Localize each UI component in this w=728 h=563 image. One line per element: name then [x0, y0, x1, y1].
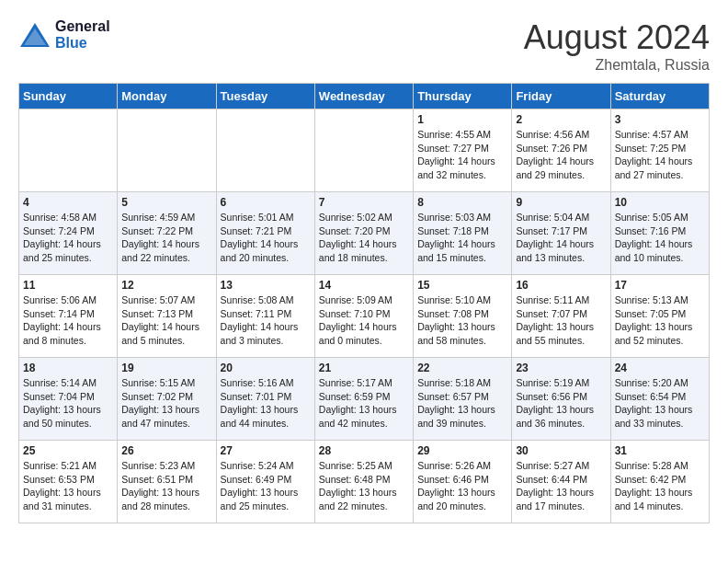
day-header-thursday: Thursday	[414, 84, 512, 109]
day-cell: 29Sunrise: 5:26 AM Sunset: 6:46 PM Dayli…	[414, 441, 512, 523]
day-number: 14	[319, 279, 409, 292]
day-number: 5	[121, 196, 211, 209]
day-info: Sunrise: 5:23 AM Sunset: 6:51 PM Dayligh…	[121, 459, 211, 513]
day-info: Sunrise: 5:01 AM Sunset: 7:21 PM Dayligh…	[221, 211, 311, 265]
day-cell	[19, 109, 118, 192]
day-cell: 15Sunrise: 5:10 AM Sunset: 7:08 PM Dayli…	[414, 275, 512, 358]
day-header-monday: Monday	[118, 84, 216, 109]
day-info: Sunrise: 5:17 AM Sunset: 6:59 PM Dayligh…	[319, 376, 409, 431]
week-row-5: 25Sunrise: 5:21 AM Sunset: 6:53 PM Dayli…	[19, 441, 710, 523]
day-info: Sunrise: 5:27 AM Sunset: 6:44 PM Dayligh…	[516, 459, 606, 513]
day-cell: 21Sunrise: 5:17 AM Sunset: 6:59 PM Dayli…	[314, 358, 413, 441]
day-number: 31	[615, 444, 705, 457]
week-row-3: 11Sunrise: 5:06 AM Sunset: 7:14 PM Dayli…	[19, 275, 710, 358]
page-header: General Blue August 2024 Zhemtala, Russi…	[18, 18, 710, 74]
day-info: Sunrise: 5:09 AM Sunset: 7:10 PM Dayligh…	[319, 293, 409, 348]
day-number: 29	[417, 444, 507, 457]
day-info: Sunrise: 5:28 AM Sunset: 6:42 PM Dayligh…	[615, 459, 705, 513]
day-number: 23	[516, 362, 606, 374]
day-number: 13	[221, 279, 311, 292]
day-info: Sunrise: 5:25 AM Sunset: 6:48 PM Dayligh…	[319, 459, 409, 513]
day-info: Sunrise: 4:57 AM Sunset: 7:25 PM Dayligh…	[615, 128, 705, 182]
day-info: Sunrise: 5:26 AM Sunset: 6:46 PM Dayligh…	[417, 459, 507, 513]
day-header-sunday: Sunday	[19, 84, 118, 109]
day-number: 21	[319, 362, 409, 374]
day-number: 10	[615, 196, 705, 209]
day-info: Sunrise: 4:59 AM Sunset: 7:22 PM Dayligh…	[121, 211, 211, 265]
day-number: 17	[615, 279, 705, 292]
day-cell: 1Sunrise: 4:55 AM Sunset: 7:27 PM Daylig…	[414, 109, 512, 192]
month-title: August 2024	[524, 18, 710, 57]
week-row-2: 4Sunrise: 4:58 AM Sunset: 7:24 PM Daylig…	[19, 192, 710, 275]
day-info: Sunrise: 5:10 AM Sunset: 7:08 PM Dayligh…	[417, 293, 507, 348]
day-number: 3	[615, 113, 705, 126]
day-cell: 13Sunrise: 5:08 AM Sunset: 7:11 PM Dayli…	[216, 275, 314, 358]
day-number: 15	[417, 279, 507, 292]
day-info: Sunrise: 5:11 AM Sunset: 7:07 PM Dayligh…	[516, 293, 606, 348]
logo-icon	[18, 21, 51, 49]
day-cell: 19Sunrise: 5:15 AM Sunset: 7:02 PM Dayli…	[118, 358, 216, 441]
day-info: Sunrise: 5:19 AM Sunset: 6:56 PM Dayligh…	[516, 376, 606, 431]
day-cell: 22Sunrise: 5:18 AM Sunset: 6:57 PM Dayli…	[414, 358, 512, 441]
day-cell: 25Sunrise: 5:21 AM Sunset: 6:53 PM Dayli…	[19, 441, 118, 523]
day-info: Sunrise: 5:07 AM Sunset: 7:13 PM Dayligh…	[121, 293, 211, 348]
day-cell: 26Sunrise: 5:23 AM Sunset: 6:51 PM Dayli…	[118, 441, 216, 523]
day-info: Sunrise: 5:04 AM Sunset: 7:17 PM Dayligh…	[516, 211, 606, 265]
day-number: 1	[417, 113, 507, 126]
day-info: Sunrise: 5:16 AM Sunset: 7:01 PM Dayligh…	[221, 376, 311, 431]
day-cell: 14Sunrise: 5:09 AM Sunset: 7:10 PM Dayli…	[314, 275, 413, 358]
day-number: 26	[121, 444, 211, 457]
day-header-friday: Friday	[512, 84, 610, 109]
day-header-wednesday: Wednesday	[314, 84, 413, 109]
location: Zhemtala, Russia	[524, 57, 710, 74]
day-info: Sunrise: 4:55 AM Sunset: 7:27 PM Dayligh…	[417, 128, 507, 182]
logo-text: General Blue	[55, 18, 110, 52]
logo: General Blue	[18, 18, 110, 52]
day-cell: 3Sunrise: 4:57 AM Sunset: 7:25 PM Daylig…	[610, 109, 709, 192]
day-number: 8	[417, 196, 507, 209]
day-cell: 5Sunrise: 4:59 AM Sunset: 7:22 PM Daylig…	[118, 192, 216, 275]
day-number: 6	[221, 196, 311, 209]
day-number: 12	[121, 279, 211, 292]
day-info: Sunrise: 5:03 AM Sunset: 7:18 PM Dayligh…	[417, 211, 507, 265]
day-cell	[314, 109, 413, 192]
day-info: Sunrise: 5:24 AM Sunset: 6:49 PM Dayligh…	[221, 459, 311, 513]
day-info: Sunrise: 4:56 AM Sunset: 7:26 PM Dayligh…	[516, 128, 606, 182]
day-number: 25	[23, 444, 113, 457]
day-info: Sunrise: 4:58 AM Sunset: 7:24 PM Dayligh…	[23, 211, 113, 265]
day-number: 27	[221, 444, 311, 457]
day-number: 16	[516, 279, 606, 292]
calendar-body: 1Sunrise: 4:55 AM Sunset: 7:27 PM Daylig…	[19, 109, 710, 523]
day-info: Sunrise: 5:05 AM Sunset: 7:16 PM Dayligh…	[615, 211, 705, 265]
day-cell: 11Sunrise: 5:06 AM Sunset: 7:14 PM Dayli…	[19, 275, 118, 358]
day-number: 30	[516, 444, 606, 457]
day-cell: 30Sunrise: 5:27 AM Sunset: 6:44 PM Dayli…	[512, 441, 610, 523]
day-info: Sunrise: 5:02 AM Sunset: 7:20 PM Dayligh…	[319, 211, 409, 265]
day-number: 28	[319, 444, 409, 457]
day-cell: 23Sunrise: 5:19 AM Sunset: 6:56 PM Dayli…	[512, 358, 610, 441]
day-number: 7	[319, 196, 409, 209]
day-cell: 16Sunrise: 5:11 AM Sunset: 7:07 PM Dayli…	[512, 275, 610, 358]
day-cell: 2Sunrise: 4:56 AM Sunset: 7:26 PM Daylig…	[512, 109, 610, 192]
day-cell: 18Sunrise: 5:14 AM Sunset: 7:04 PM Dayli…	[19, 358, 118, 441]
day-info: Sunrise: 5:13 AM Sunset: 7:05 PM Dayligh…	[615, 293, 705, 348]
week-row-1: 1Sunrise: 4:55 AM Sunset: 7:27 PM Daylig…	[19, 109, 710, 192]
day-info: Sunrise: 5:06 AM Sunset: 7:14 PM Dayligh…	[23, 293, 113, 348]
day-info: Sunrise: 5:08 AM Sunset: 7:11 PM Dayligh…	[221, 293, 311, 348]
day-cell: 12Sunrise: 5:07 AM Sunset: 7:13 PM Dayli…	[118, 275, 216, 358]
calendar-table: SundayMondayTuesdayWednesdayThursdayFrid…	[18, 83, 710, 523]
day-cell: 17Sunrise: 5:13 AM Sunset: 7:05 PM Dayli…	[610, 275, 709, 358]
day-cell: 10Sunrise: 5:05 AM Sunset: 7:16 PM Dayli…	[610, 192, 709, 275]
title-block: August 2024 Zhemtala, Russia	[524, 18, 710, 74]
day-number: 4	[23, 196, 113, 209]
day-header-tuesday: Tuesday	[216, 84, 314, 109]
day-header-saturday: Saturday	[610, 84, 709, 109]
day-number: 19	[121, 362, 211, 374]
day-number: 22	[417, 362, 507, 374]
day-cell: 27Sunrise: 5:24 AM Sunset: 6:49 PM Dayli…	[216, 441, 314, 523]
calendar-header: SundayMondayTuesdayWednesdayThursdayFrid…	[19, 84, 710, 109]
day-number: 2	[516, 113, 606, 126]
day-number: 11	[23, 279, 113, 292]
day-cell: 4Sunrise: 4:58 AM Sunset: 7:24 PM Daylig…	[19, 192, 118, 275]
week-row-4: 18Sunrise: 5:14 AM Sunset: 7:04 PM Dayli…	[19, 358, 710, 441]
